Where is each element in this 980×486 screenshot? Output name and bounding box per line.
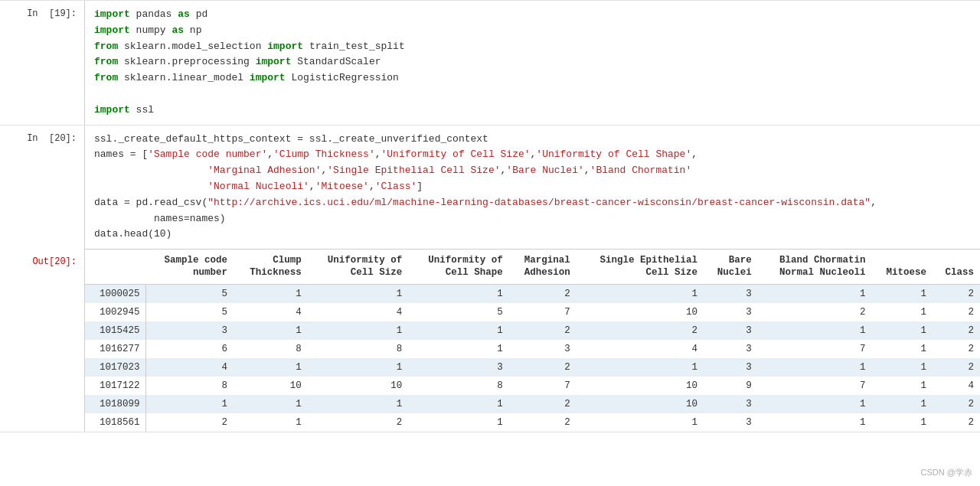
cell-19-label: In [19]: (0, 1, 84, 125)
cell-epithelial: 10 (577, 303, 704, 321)
cell-class: 2 (933, 340, 980, 358)
cell-20-in: In (27, 133, 38, 144)
cell-clump: 10 (234, 377, 308, 395)
cell-class: 2 (933, 321, 980, 340)
table-row: 100294554457103212 (85, 303, 980, 321)
table-row: 10171228101087109714 (85, 377, 980, 395)
cell-index: 1018099 (85, 395, 146, 413)
cell-cell_size: 1 (308, 358, 409, 377)
cell-cell_size: 2 (308, 413, 409, 432)
cell-marginal: 2 (509, 321, 577, 340)
cell-sample: 6 (146, 340, 234, 358)
table-row: 10170234113213112 (85, 358, 980, 377)
code-line: from sklearn.model_selection import trai… (94, 39, 971, 55)
code-line: from sklearn.linear_model import Logisti… (94, 70, 971, 86)
cell-chormatin: 1 (758, 413, 872, 432)
code-line (94, 86, 971, 103)
table-row: 10154253111223112 (85, 321, 980, 340)
code-line: data.head(10) (94, 227, 971, 243)
code-line: 'Normal Nucleoli','Mitoese','Class'] (94, 179, 971, 195)
cell-mitoese: 1 (872, 358, 933, 377)
cell-cell_shape: 1 (408, 321, 509, 340)
cell-19-num: [19]: (49, 8, 77, 19)
code-line: import pandas as pd (94, 7, 971, 23)
cell-chormatin: 1 (758, 284, 872, 303)
cell-nuclei: 3 (704, 303, 758, 321)
cell-mitoese: 1 (872, 321, 933, 340)
cell-nuclei: 3 (704, 284, 758, 303)
cell-sample: 4 (146, 358, 234, 377)
cell-marginal: 3 (509, 340, 577, 358)
cell-chormatin: 1 (758, 395, 872, 413)
cell-epithelial: 1 (577, 358, 704, 377)
cell-19: In [19]: import pandas as pd import nump… (0, 0, 980, 126)
cell-mitoese: 1 (872, 377, 933, 395)
cell-marginal: 2 (509, 358, 577, 377)
dataframe-table: Sample codenumber ClumpThickness Uniform… (85, 249, 980, 432)
cell-mitoese: 1 (872, 413, 933, 432)
code-line: names=names) (94, 211, 971, 227)
cell-cell_shape: 1 (408, 284, 509, 303)
cell-cell_shape: 8 (408, 377, 509, 395)
code-line: names = ['Sample code number','Clump Thi… (94, 147, 971, 163)
code-line: from sklearn.preprocessing import Standa… (94, 54, 971, 70)
cell-epithelial: 2 (577, 321, 704, 340)
col-header-marginal: MarginalAdhesion (509, 250, 577, 285)
cell-mitoese: 1 (872, 340, 933, 358)
cell-chormatin: 2 (758, 303, 872, 321)
cell-index: 1016277 (85, 340, 146, 358)
col-header-cell-size: Uniformity ofCell Size (308, 250, 409, 285)
cell-marginal: 7 (509, 377, 577, 395)
code-line: 'Marginal Adhesion','Single Epithelial C… (94, 163, 971, 179)
cell-epithelial: 10 (577, 395, 704, 413)
cell-nuclei: 3 (704, 340, 758, 358)
cell-20-num: [20]: (49, 133, 77, 144)
cell-nuclei: 3 (704, 395, 758, 413)
cell-clump: 1 (234, 413, 308, 432)
cell-class: 2 (933, 303, 980, 321)
cell-class: 2 (933, 284, 980, 303)
notebook: In [19]: import pandas as pd import nump… (0, 0, 980, 432)
cell-20-content[interactable]: ssl._create_default_https_context = ssl.… (84, 126, 980, 250)
cell-epithelial: 4 (577, 340, 704, 358)
cell-sample: 3 (146, 321, 234, 340)
cell-chormatin: 1 (758, 321, 872, 340)
cell-mitoese: 1 (872, 284, 933, 303)
cell-epithelial: 1 (577, 284, 704, 303)
cell-cell_size: 8 (308, 340, 409, 358)
col-header-nuclei: BareNuclei (704, 250, 758, 285)
cell-19-in: In (27, 8, 38, 19)
cell-chormatin: 7 (758, 377, 872, 395)
code-line: ssl._create_default_https_context = ssl.… (94, 132, 971, 148)
cell-mitoese: 1 (872, 395, 933, 413)
col-header-epithelial: Single EpithelialCell Size (577, 250, 704, 285)
cell-nuclei: 3 (704, 321, 758, 340)
cell-clump: 1 (234, 284, 308, 303)
cell-epithelial: 10 (577, 377, 704, 395)
cell-marginal: 7 (509, 303, 577, 321)
table-row: 10000255111213112 (85, 284, 980, 303)
code-line: import ssl (94, 103, 971, 119)
cell-class: 2 (933, 358, 980, 377)
cell-20: In [20]: ssl._create_default_https_conte… (0, 125, 980, 250)
cell-index: 1017122 (85, 377, 146, 395)
cell-class: 2 (933, 413, 980, 432)
cell-marginal: 2 (509, 395, 577, 413)
col-header-clump: ClumpThickness (234, 250, 308, 285)
col-header-chormatin: Bland ChormatinNormal Nucleoli (758, 250, 872, 285)
cell-20-label: In [20]: (0, 126, 84, 250)
cell-sample: 5 (146, 284, 234, 303)
cell-epithelial: 1 (577, 413, 704, 432)
table-row: 10162776881343712 (85, 340, 980, 358)
cell-cell_size: 10 (308, 377, 409, 395)
cell-class: 4 (933, 377, 980, 395)
cell-clump: 1 (234, 358, 308, 377)
cell-clump: 4 (234, 303, 308, 321)
cell-nuclei: 3 (704, 413, 758, 432)
cell-cell_shape: 1 (408, 340, 509, 358)
cell-19-content[interactable]: import pandas as pd import numpy as np f… (84, 1, 980, 125)
cell-cell_size: 1 (308, 284, 409, 303)
cell-clump: 1 (234, 395, 308, 413)
cell-cell_size: 4 (308, 303, 409, 321)
cell-class: 2 (933, 395, 980, 413)
